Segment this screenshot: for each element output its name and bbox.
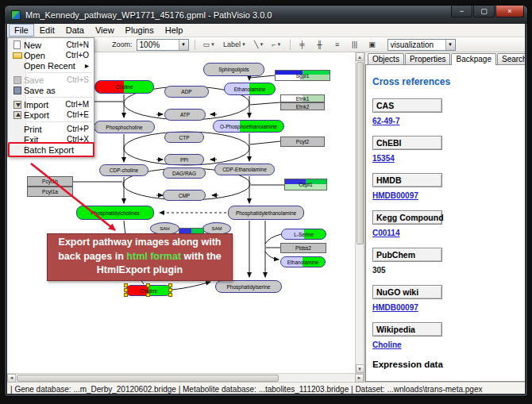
align-vertical-center-button[interactable]: ╪ <box>296 39 309 51</box>
line-button[interactable]: ╲▼ <box>252 39 266 51</box>
distribute-horizontal-button[interactable]: ||| <box>349 39 361 51</box>
menubar-item-view[interactable]: View <box>90 24 120 37</box>
menu-item-batch-export[interactable]: Batch Export <box>8 144 94 155</box>
metabolite-node-ppi[interactable]: PPi <box>164 154 204 165</box>
metabolite-node-adp[interactable]: ADP <box>164 86 209 98</box>
gene-node-ptdss2[interactable]: Ptdss2 <box>280 243 326 253</box>
menu-item-open[interactable]: OpenCtrl+O <box>8 50 94 60</box>
menu-item-open-recent[interactable]: Open Recent▸ <box>8 60 94 71</box>
menubar-item-help[interactable]: Help <box>160 24 189 37</box>
chevron-down-icon[interactable]: ▼ <box>277 42 282 47</box>
menu-item-import[interactable]: ImportCtrl+M <box>8 99 94 110</box>
close-button[interactable]: × <box>495 6 524 17</box>
visualization-combobox[interactable]: visualization ▼ <box>387 39 456 51</box>
crossref-link[interactable]: C00114 <box>372 229 399 237</box>
distribute-vertical-button[interactable]: ≡ <box>331 39 344 51</box>
chevron-down-icon[interactable]: ▼ <box>210 42 215 47</box>
menubar-item-plugins[interactable]: Plugins <box>120 24 160 37</box>
metabolite-node-choline[interactable]: Choline <box>94 80 154 94</box>
chevron-down-icon[interactable]: ▼ <box>259 42 264 47</box>
menu-item-new[interactable]: NewCtrl+N <box>8 40 94 50</box>
scroll-up-icon[interactable]: ▲ <box>356 52 364 61</box>
scrollbar-thumb[interactable] <box>17 375 279 382</box>
selection-handle[interactable] <box>168 288 172 292</box>
selection-handle[interactable] <box>168 293 172 297</box>
metabolite-node-sphingolipids[interactable]: Sphingolipids <box>203 63 264 76</box>
gene-node-pcyt1a[interactable]: Pcyt1a <box>27 187 73 197</box>
metabolite-node-phosphocholine[interactable]: Phosphocholine <box>94 121 155 133</box>
tab-objects[interactable]: Objects <box>368 53 404 64</box>
crossref-header: CAS <box>372 98 442 113</box>
tab-search[interactable]: Search <box>497 53 525 64</box>
gene-node-pcyt1b[interactable]: Pcyt1b <box>27 176 73 187</box>
gene-node-etnk1[interactable]: Etnk1 <box>280 94 325 102</box>
menu-item-save-as[interactable]: Save as <box>8 85 94 95</box>
statusbar: | Gene database: ...m_Derby_20120602.bri… <box>7 382 525 394</box>
node-label: ADP <box>181 89 191 94</box>
chevron-down-icon[interactable]: ▼ <box>241 42 246 47</box>
metabolite-node-l-serine[interactable]: L-Serine <box>281 229 326 240</box>
metabolite-node-ctp[interactable]: CTP <box>164 132 204 143</box>
menubar-item-data[interactable]: Data <box>60 24 90 37</box>
label-button[interactable]: Label▼ <box>221 39 249 51</box>
metabolite-node-atp[interactable]: ATP <box>164 109 206 121</box>
metabolite-node-cdp-ethanolamine[interactable]: CDP-Ethanolamine <box>214 164 275 175</box>
metabolite-node-phosphatidylserine[interactable]: Phosphatidylserine <box>215 280 282 293</box>
metabolite-node-phosphatidylcholines[interactable]: Phosphatidylcholines <box>76 206 154 220</box>
metabolite-node-ethanolamine[interactable]: Ethanolamine <box>280 256 326 267</box>
selection-handle[interactable] <box>146 283 150 287</box>
metabolite-node-dag-rag[interactable]: DAG/RAG <box>163 167 206 179</box>
selection-handle[interactable] <box>124 283 128 287</box>
metabolite-node-o-phosphoethanolamine[interactable]: O-Phosphoethanolamine <box>213 120 284 133</box>
selection-handle[interactable] <box>146 293 150 297</box>
save-as-icon <box>13 87 21 94</box>
metabolite-node-choline[interactable]: Choline <box>125 285 172 296</box>
metabolite-node-cmp[interactable]: CMP <box>163 190 206 201</box>
crossref-link[interactable]: 62-49-7 <box>372 117 399 125</box>
minimize-button[interactable]: − <box>451 6 472 17</box>
tab-properties[interactable]: Properties <box>405 53 451 64</box>
crossref-link[interactable]: HMDB00097 <box>372 191 418 200</box>
node-label: Etnk2 <box>296 104 310 110</box>
gene-node-sgpl1[interactable]: Sgpl1 <box>275 70 330 81</box>
visualization-value: visualization <box>391 40 443 49</box>
maximize-button[interactable]: ▢ <box>473 6 495 17</box>
align-horizontal-center-button[interactable]: ╫ <box>314 39 326 51</box>
selection-handle[interactable] <box>124 288 128 292</box>
crossref-link[interactable]: Choline <box>372 341 402 349</box>
menubar-item-file[interactable]: File <box>9 24 34 37</box>
submenu-arrow-icon: ▸ <box>85 61 89 70</box>
selection-handle[interactable] <box>168 283 172 287</box>
scrollbar-thumb[interactable] <box>357 62 364 244</box>
scroll-down-icon[interactable]: ▼ <box>356 364 364 373</box>
metabolite-node-cdp-choline[interactable]: CDP-choline <box>99 164 148 176</box>
crossref-link[interactable]: 15354 <box>372 154 395 163</box>
menu-item-save[interactable]: SaveCtrl+S <box>8 75 94 85</box>
canvas-vertical-scrollbar[interactable]: ▲ ▼ <box>355 52 364 373</box>
selection-handle[interactable] <box>124 293 128 297</box>
save-icon <box>10 76 24 84</box>
tab-backpage[interactable]: Backpage <box>451 53 495 65</box>
stack-button[interactable]: ▣ <box>366 39 379 51</box>
menu-item-label: New <box>24 40 41 50</box>
gene-node-pcyt2[interactable]: Pcyt2 <box>280 137 325 147</box>
scroll-left-icon[interactable]: ◄ <box>7 374 16 383</box>
scroll-right-icon[interactable]: ► <box>355 374 364 383</box>
zoom-combobox[interactable]: 100% ▼ <box>137 39 189 51</box>
chevron-down-icon[interactable]: ▼ <box>179 40 188 50</box>
chevron-down-icon[interactable]: ▼ <box>445 40 455 50</box>
crossref-link[interactable]: HMDB00097 <box>372 303 418 312</box>
node-label: PPi <box>180 157 188 163</box>
file-menu: NewCtrl+NOpenCtrl+OOpen Recent▸SaveCtrl+… <box>7 37 94 157</box>
gene-node-etnk2[interactable]: Etnk2 <box>280 102 325 110</box>
datanode-button[interactable]: ▭▼ <box>201 39 218 51</box>
metabolite-node-phosphatidylethanolamine[interactable]: Phosphatidylethanolamine <box>228 206 304 220</box>
canvas-horizontal-scrollbar[interactable]: ◄ ► <box>7 373 364 382</box>
gene-node-cept1[interactable]: Cept1 <box>284 179 327 190</box>
metabolite-node-ethanolamine[interactable]: Ethanolamine <box>224 83 276 95</box>
menu-item-print[interactable]: PrintCtrl+P <box>8 124 94 134</box>
crossref-section-pubchem: PubChem305 <box>372 248 525 275</box>
connector-button[interactable]: ⌐▼ <box>269 39 283 51</box>
menubar-item-edit[interactable]: Edit <box>34 24 60 37</box>
menu-item-export[interactable]: ExportCtrl+E <box>8 110 94 120</box>
